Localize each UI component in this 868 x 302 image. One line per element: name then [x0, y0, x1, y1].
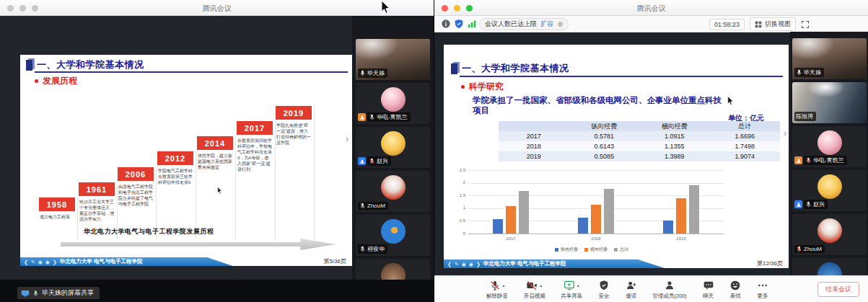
window-title: 腾讯会议: [434, 4, 868, 14]
members-button[interactable]: 管理成员(200): [652, 280, 687, 300]
members-icon: [664, 280, 675, 294]
caret-up-icon[interactable]: ▲: [502, 283, 506, 288]
participant-tile[interactable]: 赵兴: [356, 127, 430, 168]
y-tick-label: 0: [454, 231, 465, 236]
end-meeting-button[interactable]: 结束会议: [817, 282, 859, 297]
mic-muted-icon: [805, 201, 812, 208]
participant-tile[interactable]: 毕天姝: [792, 38, 867, 79]
participant-name-row: 陈旭博: [794, 112, 816, 121]
y-tick-label: 1.5: [454, 193, 465, 197]
participant-tile[interactable]: 毕天姝: [356, 39, 430, 80]
funding-table: 纵向经费横向经费总计20170.57811.09151.669620180.61…: [499, 121, 780, 161]
table-header-row: 纵向经费横向经费总计: [499, 121, 780, 131]
bar-纵向经费: [663, 221, 673, 234]
monitor-icon: [21, 290, 30, 297]
page-number: 第12/36页: [757, 259, 783, 267]
collapse-panel-handle[interactable]: ›: [784, 130, 786, 137]
camera-off-button[interactable]: ▲开启视频: [524, 280, 545, 300]
participant-avatar: [381, 87, 405, 112]
timeline-caption: 华北电力大学电气与电子工程学院发展历程: [84, 227, 214, 236]
table-cell: 1.9074: [710, 151, 781, 161]
bullet-label: 科学研究: [469, 81, 504, 93]
switch-view-button[interactable]: 切换视图: [750, 17, 796, 31]
participant-tile[interactable]: 陈旭博: [792, 82, 867, 123]
participant-avatar: [381, 131, 405, 156]
slide-footer-bar: ❮ ✎ ◉ ◉ ❯ 华北电力大学 电气与电子工程学院: [20, 257, 232, 266]
participant-name: ZhouM: [367, 203, 385, 209]
participant-name-row: 华电-黄凯兰: [358, 112, 411, 122]
titlebar: 腾讯会议: [0, 0, 434, 16]
legend-label: 总计: [620, 247, 628, 253]
mic-muted-icon: [359, 246, 366, 252]
emoji-icon: [729, 280, 741, 294]
screen-share-icon: [564, 280, 575, 294]
mic-muted-button[interactable]: ▲解除静音: [486, 280, 508, 300]
timeline-year: 1961: [79, 182, 115, 196]
legend-item: 横向经费: [584, 247, 608, 253]
capacity-banner: 会议人数已达上限 扩容 ⊗: [479, 18, 569, 30]
chart-legend: 纵向经费横向经费总计: [454, 247, 729, 253]
participant-tile[interactable]: 程俊华: [356, 215, 430, 256]
mic-muted-icon: [796, 246, 802, 252]
participant-tile[interactable]: 华电-黄凯兰: [792, 126, 867, 167]
name-chip: 陈旭博: [794, 112, 816, 121]
participant-name: 华电-黄凯兰: [377, 113, 408, 121]
timeline-desc: 由原电气工程学院和电子信息工程学院合并组建了电气与电子工程学院: [118, 184, 156, 207]
name-chip: ZhouM: [794, 245, 825, 253]
gridline: [468, 234, 724, 234]
more-button[interactable]: 更多: [757, 280, 768, 300]
pen-icon: ✎: [455, 262, 459, 267]
caret-up-icon[interactable]: ▲: [577, 283, 580, 288]
meeting-top-toolbar: 会议人数已达上限 扩容 ⊗ 01:58:23 切换视图: [434, 16, 868, 32]
table-header-cell: 纵向经费: [569, 121, 640, 131]
participant-avatar: [381, 219, 405, 244]
participant-tile[interactable]: 赵兴: [792, 170, 867, 211]
info-icon[interactable]: [441, 19, 451, 29]
timeline-desc: 成立电力工程系: [39, 214, 77, 220]
fullscreen-icon[interactable]: [801, 20, 810, 29]
title-notch-decoration: [451, 63, 457, 74]
face-icon: ◉: [469, 262, 473, 267]
participant-tile[interactable]: ZhouM: [356, 171, 430, 212]
legend-swatch: [614, 248, 618, 252]
participant-name-row: ZhouM: [794, 245, 825, 253]
mouse-cursor: [727, 96, 734, 105]
slide-footer-text: 华北电力大学 电气与电子工程学院: [483, 260, 566, 267]
collapse-panel-handle[interactable]: ›: [346, 136, 348, 143]
participant-name: 程俊华: [367, 245, 385, 253]
participant-name-row: 毕天姝: [794, 68, 824, 77]
slide-footer-text: 华北电力大学 电气与电子工程学院: [60, 258, 143, 265]
timeline-year: 1958: [39, 197, 75, 211]
screen-share-button[interactable]: ▲共享屏幕: [561, 280, 582, 300]
caret-up-icon[interactable]: ▲: [539, 283, 543, 288]
table-cell: 2017: [499, 131, 569, 141]
invite-button[interactable]: 邀请: [626, 280, 637, 300]
close-banner-icon[interactable]: ⊗: [557, 21, 563, 28]
toolbar-label: 共享屏幕: [561, 293, 582, 300]
participant-tile[interactable]: [356, 259, 430, 280]
network-signal-icon[interactable]: [467, 19, 477, 29]
participant-tile[interactable]: 华电-黄凯兰: [356, 83, 430, 124]
chat-button[interactable]: 聊天: [703, 280, 714, 300]
participant-tile[interactable]: ZhouM: [792, 214, 867, 255]
participants-panel: 毕天姝陈旭博华电-黄凯兰赵兴ZhouM: [790, 32, 868, 275]
toolbar-label: 解除静音: [486, 293, 508, 300]
next-slide-icon: ❯: [476, 262, 481, 267]
table-cell: 0.6143: [569, 141, 640, 151]
participant-avatar-area: [356, 259, 430, 280]
table-cell: 0.5085: [569, 151, 640, 161]
title-underline: [460, 76, 783, 77]
shared-slide-left: 一、大学和学院基本情况 发展历程 1958成立电力工程系1961哈尔滨工业大学三…: [20, 55, 352, 266]
table-cell: 1.6696: [710, 131, 781, 141]
participant-tile[interactable]: [792, 258, 867, 275]
legend-label: 纵向经费: [561, 247, 578, 253]
shield-button[interactable]: 安全: [598, 280, 610, 300]
security-shield-icon[interactable]: [454, 19, 464, 29]
expand-capacity-link[interactable]: 扩容: [540, 19, 553, 29]
legend-swatch: [555, 248, 558, 252]
emoji-button[interactable]: 表情: [729, 280, 741, 300]
shield-icon: [598, 280, 610, 294]
participants-panel: 毕天姝华电-黄凯兰赵兴ZhouM程俊华: [352, 16, 434, 280]
gridline: [468, 170, 724, 171]
bar-总计: [519, 191, 529, 234]
